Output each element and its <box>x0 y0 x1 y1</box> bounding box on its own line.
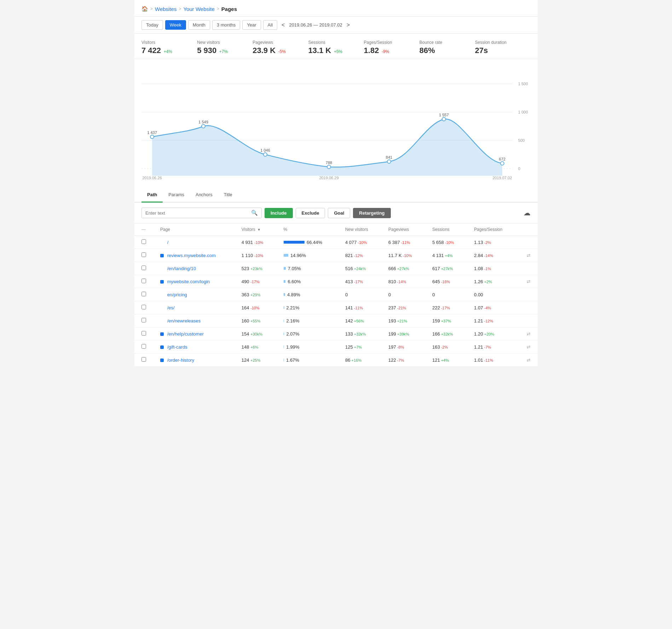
row-checkbox-5[interactable] <box>134 301 153 314</box>
btn-month[interactable]: Month <box>188 20 210 30</box>
row-page-6: /en/newreleases <box>153 314 234 327</box>
stat-sessions-label: Sessions <box>308 40 364 45</box>
stat-bounce-label: Bounce rate <box>419 40 475 45</box>
row-pageviews-2: 666 +27k% <box>381 262 425 275</box>
row-visitors-5: 164 -10% <box>234 301 277 314</box>
btn-today[interactable]: Today <box>141 20 163 30</box>
retarget-icon[interactable]: ⇄ <box>527 331 531 337</box>
row-pageviews-5: 237 -21% <box>381 301 425 314</box>
row-actions-6 <box>516 314 538 327</box>
search-box[interactable]: 🔍 <box>141 208 262 218</box>
tabs: Path Params Anchors Title <box>134 188 538 203</box>
exclude-button[interactable]: Exclude <box>296 208 325 218</box>
tab-params[interactable]: Params <box>163 188 190 203</box>
row-checkbox-4[interactable] <box>134 288 153 301</box>
retargeting-button[interactable]: Retargeting <box>353 208 390 218</box>
row-checkbox-0[interactable] <box>134 236 153 249</box>
row-pageviews-1: 11.7 K -10% <box>381 249 425 262</box>
stat-new-visitors-label: New visitors <box>197 40 253 45</box>
stat-new-visitors: New visitors 5 930 +7% <box>197 40 253 55</box>
svg-text:1 437: 1 437 <box>147 130 157 135</box>
row-checkbox-3[interactable] <box>134 275 153 288</box>
btn-week[interactable]: Week <box>165 20 186 30</box>
btn-year[interactable]: Year <box>242 20 261 30</box>
stat-visitors-label: Visitors <box>141 40 197 45</box>
tab-anchors[interactable]: Anchors <box>190 188 218 203</box>
prev-date-button[interactable]: < <box>279 21 287 29</box>
retarget-icon[interactable]: ⇄ <box>527 344 531 350</box>
row-pct-0: 66.44% <box>277 236 338 249</box>
next-date-button[interactable]: > <box>344 21 352 29</box>
row-checkbox-6[interactable] <box>134 314 153 327</box>
goal-button[interactable]: Goal <box>328 208 350 218</box>
tab-title[interactable]: Title <box>218 188 238 203</box>
breadcrumb: 🏠 > Websites > Your Website > Pages <box>134 0 538 17</box>
svg-text:1 000: 1 000 <box>518 110 528 114</box>
table-row: /gift-cards 148 +6% 1.99% 125 +7% 197 -8… <box>134 340 538 354</box>
row-checkbox-8[interactable] <box>134 340 153 354</box>
col-new-visitors-header: New visitors <box>338 223 381 236</box>
stat-pps-label: Pages/Session <box>364 40 419 45</box>
svg-point-10 <box>500 162 504 165</box>
row-checkbox-9[interactable] <box>134 354 153 367</box>
export-cloud-icon[interactable]: ☁ <box>523 209 531 217</box>
row-checkbox-1[interactable] <box>134 249 153 262</box>
svg-text:1 500: 1 500 <box>518 82 528 86</box>
row-pct-5: 2.21% <box>277 301 338 314</box>
search-input[interactable] <box>145 210 251 216</box>
row-pageviews-4: 0 <box>381 288 425 301</box>
table-row: / 4 931 -10% 66.44% 4 077 -10% 6 387 -11… <box>134 236 538 249</box>
row-pct-1: 14.96% <box>277 249 338 262</box>
row-new-visitors-1: 821 -12% <box>338 249 381 262</box>
svg-text:1 557: 1 557 <box>439 113 449 117</box>
row-sessions-8: 163 -2% <box>425 340 467 354</box>
retarget-icon[interactable]: ⇄ <box>527 279 531 284</box>
home-icon[interactable]: 🏠 <box>141 6 148 12</box>
stat-new-visitors-value: 5 930 +7% <box>197 46 253 55</box>
retarget-icon[interactable]: ⇄ <box>527 357 531 363</box>
row-pageviews-6: 193 +21% <box>381 314 425 327</box>
svg-point-7 <box>327 165 331 169</box>
row-pageviews-7: 199 +39k% <box>381 327 425 340</box>
include-button[interactable]: Include <box>265 208 293 218</box>
table-row: en/pricing 363 +29% 4.89% 0 0 0 0.00 <box>134 288 538 301</box>
row-visitors-6: 160 +55% <box>234 314 277 327</box>
websites-link[interactable]: Websites <box>155 6 176 12</box>
svg-text:0: 0 <box>518 167 520 171</box>
stat-new-visitors-delta: +7% <box>219 49 228 54</box>
row-page-1: reviews.mywebsite.com <box>153 249 234 262</box>
row-checkbox-7[interactable] <box>134 327 153 340</box>
btn-3months[interactable]: 3 months <box>212 20 240 30</box>
col-visitors-header[interactable]: Visitors ▼ <box>234 223 277 236</box>
svg-text:1 046: 1 046 <box>260 148 270 152</box>
tab-path[interactable]: Path <box>141 188 163 203</box>
btn-all[interactable]: All <box>263 20 277 30</box>
row-pct-4: 4.89% <box>277 288 338 301</box>
row-pct-9: 1.67% <box>277 354 338 367</box>
row-visitors-9: 124 +25% <box>234 354 277 367</box>
row-sessions-0: 5 658 -10% <box>425 236 467 249</box>
retarget-icon[interactable]: ⇄ <box>527 253 531 258</box>
svg-point-5 <box>202 124 205 128</box>
row-checkbox-2[interactable] <box>134 262 153 275</box>
stat-visitors: Visitors 7 422 +4% <box>141 40 197 55</box>
stat-duration-value: 27s <box>475 46 531 55</box>
table-row: /order-history 124 +25% 1.67% 86 +16% 12… <box>134 354 538 367</box>
date-bar: Today Week Month 3 months Year All < 201… <box>134 17 538 34</box>
visitors-chart: 1 437 1 549 1 046 788 841 1 557 672 1 50… <box>141 66 531 183</box>
row-pct-8: 1.99% <box>277 340 338 354</box>
stat-pps: Pages/Session 1.82 -9% <box>364 40 419 55</box>
table-row: mywebsite.com/login 490 -17% 6.60% 413 -… <box>134 275 538 288</box>
col-page-header: Page <box>153 223 234 236</box>
row-visitors-7: 154 +30k% <box>234 327 277 340</box>
row-pps-2: 1.08 -1% <box>467 262 516 275</box>
row-new-visitors-2: 516 +24k% <box>338 262 381 275</box>
stat-visitors-value: 7 422 +4% <box>141 46 197 55</box>
svg-text:500: 500 <box>518 138 525 142</box>
row-new-visitors-6: 142 +56% <box>338 314 381 327</box>
row-pageviews-9: 122 -7% <box>381 354 425 367</box>
website-link[interactable]: Your Website <box>183 6 214 12</box>
row-sessions-2: 617 +27k% <box>425 262 467 275</box>
svg-point-8 <box>387 160 391 163</box>
row-pps-6: 1.21 -12% <box>467 314 516 327</box>
